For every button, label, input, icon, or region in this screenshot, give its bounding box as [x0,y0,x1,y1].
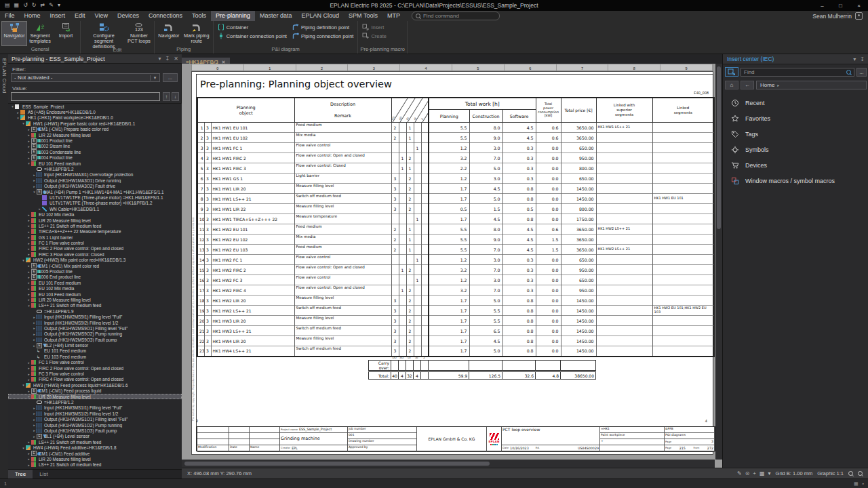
value-up-button[interactable]: ↑ [163,92,170,101]
ribbon-tab-file[interactable]: File [0,11,20,21]
tree-expander-icon[interactable]: ▸ [26,235,31,239]
tree-item[interactable]: ▸Output (HK1HW1MA3O1) Drive running [8,178,182,183]
container-connection-point-button[interactable]: Container connection point [218,33,287,39]
tree-item[interactable]: ▸LS++ 21 Switch off medium feed [8,462,182,468]
tree-item[interactable]: ▸FC 1 Flow valve control [8,240,182,245]
tree-item[interactable]: ▸EL003 Condensate line [8,149,182,155]
tree-item[interactable]: ▾EMA1 (+B4) Pump 1 =HK1.HW1+B4-MA1 =HK1.… [8,189,182,195]
ribbon-tab-view[interactable]: View [90,11,113,21]
create-button[interactable]: Create [362,33,387,39]
tree-item[interactable]: ▾LIR 20 Measure filling level [8,394,182,399]
tree-item[interactable]: ▸GS 1 Light barrier [8,235,182,240]
tree-item[interactable]: ▸Input (HK1HW1MA3I1) Overvoltage protect… [8,172,182,178]
chevron-down-icon[interactable]: ▾ [150,75,159,81]
tree-item[interactable]: ▸EL004 Product line [8,155,182,161]
tree-item[interactable]: ▸LIR 22 Measure filling level [8,132,182,138]
sync-icon[interactable]: ⇄ [41,0,45,11]
tree-item[interactable]: ▸LS++ 21 Switch off medium feed [8,439,182,445]
grid-setting[interactable]: Grid B: 1.00 mm [776,470,813,476]
tree-expander-icon[interactable]: ▾ [16,116,20,120]
tree-expander-icon[interactable]: ▸ [16,110,20,115]
tree-item[interactable]: ▸EU 102 Mix media [8,286,182,291]
tree-expander-icon[interactable]: ▸ [32,418,37,422]
tree-expander-icon[interactable]: ▸ [26,361,31,365]
tree-item[interactable]: ▸FC 3 Flow valve control [8,371,182,376]
tree-item[interactable]: ▸EBL2 (+B4) Limit sensor [8,342,182,348]
tree-expander-icon[interactable]: ▸ [26,366,31,370]
insert-mode-button[interactable] [725,67,738,77]
collapse-icon[interactable]: ▪ [863,481,864,487]
tree-expander-icon[interactable]: ▾ [26,161,31,165]
user-area[interactable]: Sean Mulherrin [812,12,868,20]
ribbon-tab-tools[interactable]: Tools [187,11,211,21]
tree-expander-icon[interactable]: ▸ [32,326,37,330]
tree-item[interactable]: ▸ECM1 (-CM1) Mix paint color red [8,263,182,268]
tree-item[interactable]: ↳EU 101 Feed medium [8,348,182,354]
ribbon-tab-master-data[interactable]: Master data [255,11,297,21]
tree-expander-icon[interactable]: ▸ [26,281,31,285]
tree-item[interactable]: ▸EU 103 Feed medium [8,291,182,297]
ribbon-tab-insert[interactable]: Insert [45,11,71,21]
tree-expander-icon[interactable]: ▸ [26,213,31,217]
drawing-canvas[interactable]: 0123456789 Protected by copyright. Repro… [182,64,722,468]
tree-expander-icon[interactable]: ▸ [26,451,31,455]
edit-icon[interactable]: ✎ [49,0,54,11]
tree-expander-icon[interactable]: ▾ [10,104,15,108]
tree-item[interactable]: ▸EU 102 Mix media [8,211,182,217]
tree-expander-icon[interactable]: ▾ [26,394,31,399]
value-input[interactable] [11,92,160,101]
tree-expander-icon[interactable]: ▸ [26,144,31,148]
vertical-scrollbar[interactable] [715,64,722,460]
tree-expander-icon[interactable]: ▸ [32,184,37,188]
ribbon-tab-edit[interactable]: Edit [70,11,90,21]
tab-tree[interactable]: Tree [8,470,33,479]
mark-piping-route-button[interactable]: Mark piping route [182,22,211,45]
open-icon[interactable]: ▦ [14,0,20,11]
tree-expander-icon[interactable]: ▸ [32,315,37,319]
tree-expander-icon[interactable]: ▸ [32,344,37,348]
tree-item[interactable]: ▸EL006 End product line [8,274,182,280]
tree-expander-icon[interactable]: ▸ [32,423,37,427]
tree-item[interactable]: ▾LS++ 21 Switch off medium feed [8,303,182,308]
ribbon-tab-spm-tools[interactable]: SPM Tools [344,11,382,21]
tree-expander-icon[interactable]: ▸ [26,463,31,467]
tree-expander-icon[interactable]: ▸ [26,252,31,256]
tree-expander-icon[interactable]: ▾ [21,446,26,450]
close-button[interactable]: × [850,0,868,11]
piping-connection-point-button[interactable]: Piping connection point [292,33,354,39]
tree-item[interactable]: ▸EL001 Product line [8,138,182,143]
tree-item[interactable]: ▾HW1 (=HW1) Prepare basic color red=HK1&… [8,121,182,126]
back-icon[interactable]: ← [741,81,754,89]
insert-item-favorites[interactable]: Favorites [723,110,868,126]
ribbon-tab-connections[interactable]: Connections [144,11,187,21]
find-command-box[interactable]: Find command [412,12,500,20]
insert-find-input[interactable]: Find [741,68,854,77]
tree-expander-icon[interactable]: ▸ [26,230,31,234]
tree-item[interactable]: =HK1&PFB/1.2 [8,166,182,171]
tree-item[interactable]: U1TV1TW1TPE (Three-phase motor) =HK1.HW1… [8,195,182,200]
insert-dropdown-icon[interactable]: ▾ [853,56,856,62]
segment-templates-button[interactable]: Segment templates [28,22,52,45]
tree-item[interactable]: ▾HW4 (=HW4) Feed additive=HK1&EDB/1.8 [8,445,182,450]
tree-expander-icon[interactable]: ▾ [21,258,26,262]
tree-expander-icon[interactable]: ▸ [26,264,31,268]
tree-item[interactable]: ▸EL005 Product line [8,268,182,274]
tree-item[interactable]: ▸Output (HK1HW3MS1O1) Filling level "Ful… [8,416,182,422]
breadcrumb[interactable]: Home ▸ [756,81,867,89]
grid-small-icon[interactable]: ▦ [854,481,859,487]
import-button[interactable]: Import [54,22,78,45]
tree-expander-icon[interactable]: ▸ [26,287,31,291]
tree-item[interactable]: ↳EU 103 Feed medium [8,354,182,359]
qat-dropdown-icon[interactable]: ▾ [58,0,60,11]
panel-close-icon[interactable]: ✕ [174,56,178,62]
tree-item[interactable]: ▸Input (HK1HW3MS1I1) Filling level "Full… [8,405,182,411]
tree-item[interactable]: ▸EL002 Steam line [8,144,182,149]
configure-segment-definitions-button[interactable]: Configure segment definitions [83,22,125,46]
tree-item[interactable]: ▾HW3 (=HW3) Feed process liquid=HK1&EDB/… [8,382,182,388]
filter-more-button[interactable]: ... [163,73,178,82]
tree-item[interactable]: ▸ECM1 (-CM1) Prepare basic color red [8,127,182,132]
tree-expander-icon[interactable]: ▸ [37,207,42,211]
insert-button[interactable]: Insert [362,24,387,30]
tree-item[interactable]: ▾HK1 (=HK1) Paint workpiece=HK1&EDB/1.0 [8,115,182,121]
ribbon-tab-home[interactable]: Home [20,11,45,21]
